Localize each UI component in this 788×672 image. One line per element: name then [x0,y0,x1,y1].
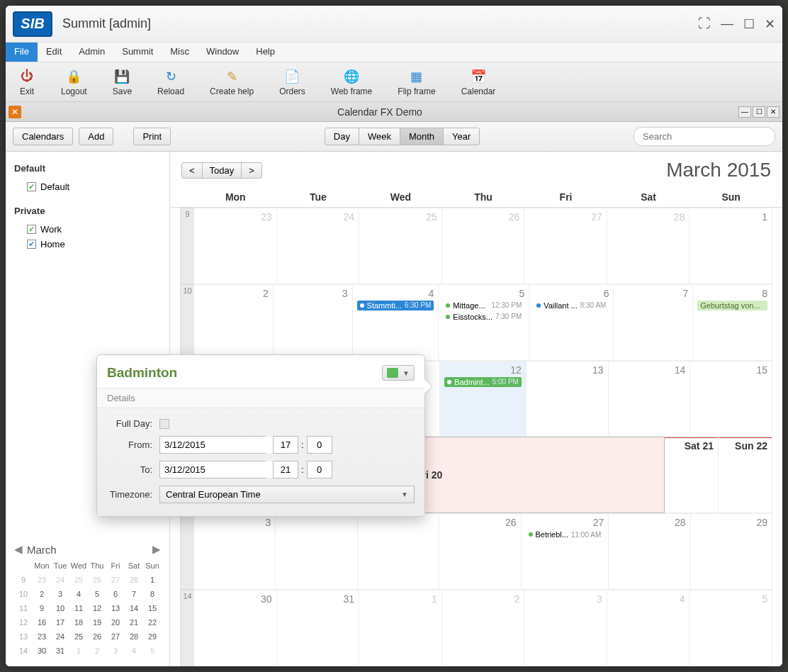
mini-day[interactable]: 13 [106,601,125,615]
calendar-cell[interactable]: 1 [690,208,772,284]
toolbar-reload[interactable]: ↻Reload [145,62,197,101]
calendar-cell[interactable]: 30 [194,590,277,666]
calendar-cell[interactable] [358,513,439,590]
calendar-cell[interactable]: 7 [614,284,693,361]
today-button[interactable]: Today [202,162,242,179]
menu-misc[interactable]: Misc [162,43,198,62]
calendar-cell[interactable]: 3 [194,513,276,590]
mini-day[interactable]: 21 [125,615,143,629]
calendar-cell[interactable]: 27Betriebl...11:00 AM [522,513,609,590]
close-icon[interactable]: ✕ [765,16,775,32]
calendar-cell[interactable]: 26 [439,513,521,590]
subwindow-minimize-icon[interactable]: — [738,106,751,118]
minimize-icon[interactable]: — [721,16,733,31]
event[interactable]: Mittage...12:30 PM [443,301,524,310]
toolbar-flip-frame[interactable]: ▦Flip frame [385,62,448,101]
mini-next-icon[interactable]: ▶ [152,543,161,556]
calendar-cell[interactable]: Sun 22 [719,437,772,513]
view-day[interactable]: Day [325,128,359,145]
mini-day[interactable]: 26 [88,573,106,587]
mini-day[interactable]: 4 [69,587,88,601]
mini-day[interactable]: 5 [143,644,162,658]
mini-day[interactable]: 7 [125,587,143,601]
mini-day[interactable]: 28 [125,629,143,644]
event[interactable]: Geburtstag von... [697,301,767,310]
sidebar-item-home[interactable]: ✔Home [14,237,161,252]
calendar-cell[interactable]: 1 [359,590,442,666]
calendar-cell[interactable]: Fri 20 [410,437,665,513]
mini-day[interactable]: 1 [143,573,162,587]
toolbar-calendar[interactable]: 📅Calendar [449,62,509,101]
mini-day[interactable]: 8 [143,587,162,601]
calendar-cell[interactable]: Sat 21 [665,437,719,513]
mini-day[interactable]: 27 [106,629,125,644]
add-button[interactable]: Add [79,128,113,145]
mini-day[interactable]: 18 [69,615,88,629]
mini-day[interactable]: 22 [143,615,162,629]
calendar-cell[interactable]: 24 [277,208,360,284]
fullday-checkbox[interactable] [159,419,169,429]
calendar-cell[interactable]: 3 [524,590,607,666]
mini-prev-icon[interactable]: ◀ [14,543,23,556]
toolbar-exit[interactable]: ⏻Exit [6,62,48,101]
maximize-icon[interactable]: ☐ [743,16,755,32]
calendar-cell[interactable]: 26 [442,208,525,284]
mini-day[interactable]: 11 [69,601,88,615]
mini-day[interactable]: 29 [143,629,162,644]
fullscreen-icon[interactable]: ⛶ [698,16,711,31]
toolbar-save[interactable]: 💾Save [100,62,145,101]
mini-day[interactable]: 25 [69,629,88,644]
from-date-input[interactable] [160,437,288,453]
subwindow-close2-icon[interactable]: ✕ [767,106,779,118]
calendar-cell[interactable]: 5Mittage...12:30 PMEisstocks...7:30 PM [439,284,529,361]
calendar-cell[interactable]: 12Badmint...5:00 PM [440,361,527,437]
view-month[interactable]: Month [400,128,444,145]
menu-help[interactable]: Help [247,43,283,62]
mini-day[interactable]: 23 [33,573,51,587]
calendar-cell[interactable]: 4Stammti...6:30 PM [353,284,439,361]
mini-day[interactable]: 27 [106,573,125,587]
calendar-cell[interactable]: 27 [524,208,607,284]
popup-tab-details[interactable]: Details [97,388,424,408]
mini-day[interactable]: 4 [125,644,143,658]
menu-admin[interactable]: Admin [70,43,113,62]
mini-day[interactable]: 26 [88,629,106,644]
mini-day[interactable]: 14 [125,601,143,615]
menu-summit[interactable]: Summit [113,43,162,62]
calendar-cell[interactable]: 2 [194,284,274,361]
mini-day[interactable]: 5 [88,587,106,601]
event[interactable]: Betriebl...11:00 AM [526,530,604,539]
calendar-cell[interactable]: 15 [690,361,772,437]
mini-day[interactable]: 19 [88,615,106,629]
mini-day[interactable]: 3 [51,587,69,601]
subwindow-maximize-icon[interactable]: ☐ [753,106,765,118]
menu-window[interactable]: Window [198,43,247,62]
subwindow-close-icon[interactable]: ✕ [9,106,21,118]
toolbar-create-help[interactable]: ✎Create help [197,62,266,101]
event[interactable]: Vaillant ...8:30 AM [534,301,609,310]
calendar-cell[interactable]: 29 [691,513,772,590]
event[interactable]: Badmint...5:00 PM [444,377,522,387]
calendar-cell[interactable]: 31 [277,590,360,666]
calendar-cell[interactable]: 25 [359,208,442,284]
view-year[interactable]: Year [443,128,480,145]
mini-day[interactable]: 10 [51,601,69,615]
mini-day[interactable]: 6 [106,587,125,601]
mini-day[interactable]: 1 [69,644,88,658]
mini-day[interactable]: 28 [125,573,143,587]
mini-day[interactable]: 12 [88,601,106,615]
to-date-input[interactable] [160,461,288,478]
calendars-button[interactable]: Calendars [13,128,73,145]
toolbar-web-frame[interactable]: 🌐Web frame [318,62,385,101]
calendar-cell[interactable]: 5 [690,590,772,666]
prev-button[interactable]: < [181,162,203,179]
next-button[interactable]: > [241,162,262,179]
menu-edit[interactable]: Edit [38,43,70,62]
calendar-cell[interactable]: 2 [442,590,525,666]
mini-day[interactable]: 24 [51,573,69,587]
mini-day[interactable]: 25 [69,573,88,587]
print-button[interactable]: Print [133,128,171,145]
mini-day[interactable]: 31 [51,644,69,658]
mini-day[interactable]: 24 [51,629,69,644]
calendar-cell[interactable]: 23 [194,208,277,284]
